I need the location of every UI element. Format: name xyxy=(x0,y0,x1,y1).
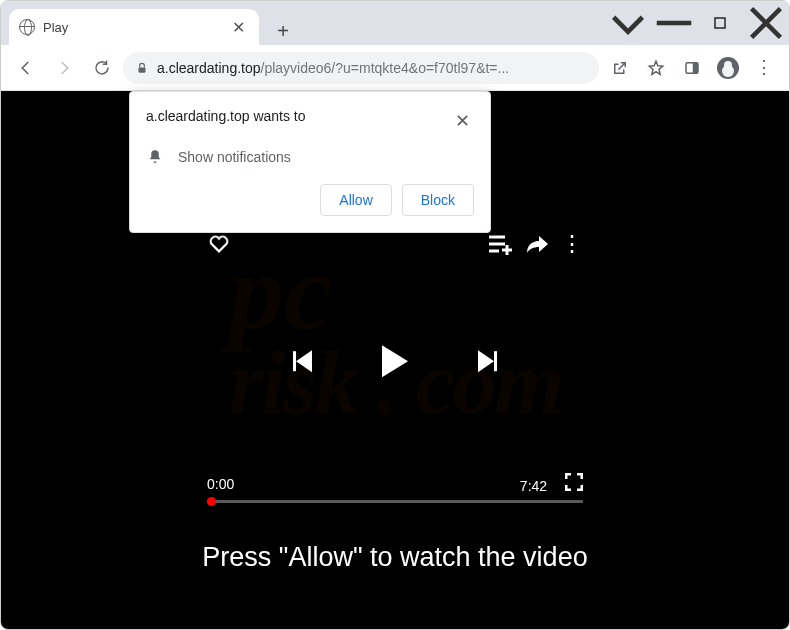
globe-icon xyxy=(19,19,35,35)
side-panel-button[interactable] xyxy=(675,51,709,85)
window-maximize-button[interactable] xyxy=(697,1,743,45)
bell-icon xyxy=(146,148,164,166)
new-tab-button[interactable]: + xyxy=(269,17,297,45)
player-more-icon[interactable]: ⋮ xyxy=(561,231,583,257)
like-icon[interactable] xyxy=(207,233,231,255)
tab-title: Play xyxy=(43,20,220,35)
window-minimize-button[interactable] xyxy=(651,1,697,45)
address-bar[interactable]: a.cleardating.top/playvideo6/?u=mtqkte4&… xyxy=(123,52,599,84)
fullscreen-button[interactable] xyxy=(565,473,583,491)
permission-origin: a.cleardating.top wants to xyxy=(146,108,306,124)
lock-icon xyxy=(135,61,149,75)
url-text: a.cleardating.top/playvideo6/?u=mtqkte4&… xyxy=(157,60,587,76)
permission-close-button[interactable]: ✕ xyxy=(451,108,474,134)
cta-text: Press "Allow" to watch the video xyxy=(1,542,789,573)
share-url-button[interactable] xyxy=(603,51,637,85)
url-path: /playvideo6/?u=mtqkte4&o=f70tl97&t=... xyxy=(261,60,510,76)
playlist-add-icon[interactable] xyxy=(487,233,513,255)
window-controls xyxy=(605,1,789,45)
url-host: a.cleardating.top xyxy=(157,60,261,76)
reload-button[interactable] xyxy=(85,51,119,85)
duration: 7:42 xyxy=(520,478,547,494)
previous-button[interactable] xyxy=(293,350,312,372)
progress-knob[interactable] xyxy=(207,497,216,506)
tab-strip: Play ✕ + xyxy=(1,1,297,45)
video-player: ⋮ 0:00 7:42 xyxy=(193,221,597,511)
window-collapse-button[interactable] xyxy=(605,1,651,45)
svg-rect-4 xyxy=(693,62,698,73)
browser-tab[interactable]: Play ✕ xyxy=(9,9,259,45)
permission-label: Show notifications xyxy=(178,149,291,165)
profile-button[interactable] xyxy=(711,51,745,85)
allow-button[interactable]: Allow xyxy=(320,184,391,216)
progress-bar[interactable] xyxy=(207,500,583,503)
next-button[interactable] xyxy=(478,350,497,372)
back-button[interactable] xyxy=(9,51,43,85)
share-icon[interactable] xyxy=(525,233,549,255)
block-button[interactable]: Block xyxy=(402,184,474,216)
forward-button[interactable] xyxy=(47,51,81,85)
menu-button[interactable]: ⋮ xyxy=(747,51,781,85)
window-close-button[interactable] xyxy=(743,1,789,45)
current-time: 0:00 xyxy=(207,476,234,492)
svg-rect-1 xyxy=(715,18,725,28)
toolbar: a.cleardating.top/playvideo6/?u=mtqkte4&… xyxy=(1,45,789,91)
close-tab-icon[interactable]: ✕ xyxy=(228,16,249,39)
play-button[interactable] xyxy=(382,345,408,377)
avatar-icon xyxy=(717,57,739,79)
bookmark-star-button[interactable] xyxy=(639,51,673,85)
menu-dots-icon: ⋮ xyxy=(755,64,773,71)
permission-prompt: a.cleardating.top wants to ✕ Show notifi… xyxy=(129,91,491,233)
title-bar: Play ✕ + xyxy=(1,1,789,45)
svg-rect-2 xyxy=(139,67,146,72)
